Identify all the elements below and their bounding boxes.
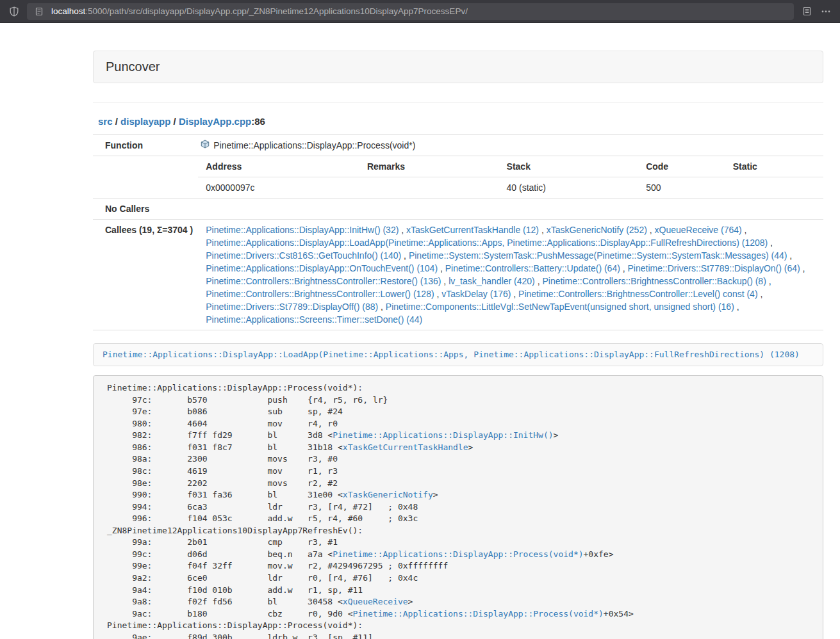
callee-separator: , <box>766 276 771 286</box>
callee-link[interactable]: Pinetime::System::SystemTask::PushMessag… <box>409 250 787 261</box>
stats-cell-value: 500 <box>638 177 725 198</box>
stats-column-header: Address <box>198 156 359 177</box>
breadcrumb-link[interactable]: DisplayApp.cpp <box>179 116 251 127</box>
stats-column-header: Static <box>725 156 823 177</box>
callee-separator: , <box>539 225 547 235</box>
callee-link[interactable]: Pinetime::Applications::DisplayApp::Load… <box>206 238 768 248</box>
code-symbol-link[interactable]: xTaskGetCurrentTaskHandle <box>343 442 468 452</box>
stats-row: AddressRemarksStackCodeStatic 0x0000097c… <box>93 156 823 198</box>
code-symbol-link[interactable]: xQueueReceive <box>343 597 408 606</box>
callee-link[interactable]: Pinetime::Controllers::Battery::Update()… <box>445 263 620 273</box>
code-symbol-link[interactable]: Pinetime::Applications::DisplayApp::Proc… <box>333 549 583 559</box>
reader-view-icon[interactable] <box>800 5 813 18</box>
callee-link[interactable]: Pinetime::Applications::Screens::Timer::… <box>206 314 422 325</box>
code-symbol-link[interactable]: Pinetime::Applications::DisplayApp::Proc… <box>353 609 604 619</box>
browser-toolbar: localhost:5000/path/src/displayapp/Displ… <box>0 0 840 23</box>
url-bar[interactable]: localhost:5000/path/src/displayapp/Displ… <box>27 3 794 20</box>
empty-row-label <box>93 156 198 198</box>
shield-icon[interactable] <box>8 5 21 18</box>
breadcrumb: src / displayapp / DisplayApp.cpp:86 <box>98 116 823 127</box>
breadcrumb-link[interactable]: displayapp <box>120 116 170 127</box>
stats-cell: AddressRemarksStackCodeStatic 0x0000097c… <box>198 156 823 198</box>
callee-separator: , <box>535 276 543 286</box>
function-icon <box>201 139 210 152</box>
stats-cell-value <box>359 177 499 198</box>
callee-link[interactable]: Pinetime::Applications::DisplayApp::OnTo… <box>206 263 438 273</box>
callees-row: Callees (19, Σ=3704 ) Pinetime::Applicat… <box>93 220 823 330</box>
breadcrumb-separator: / <box>113 116 121 127</box>
largest-callee-link[interactable]: Pinetime::Applications::DisplayApp::Load… <box>103 350 800 359</box>
callee-separator: , <box>511 289 518 299</box>
stats-data-row: 0x0000097c40 (static)500 <box>198 177 823 198</box>
callee-link[interactable]: Pinetime::Components::LittleVgl::SetNewT… <box>386 302 734 312</box>
stats-cell-value <box>725 177 823 198</box>
callers-cell <box>198 198 823 220</box>
callee-link[interactable]: Pinetime::Applications::DisplayApp::Init… <box>206 225 399 235</box>
url-host: localhost <box>51 6 85 16</box>
callee-separator: , <box>441 276 449 286</box>
callee-separator: , <box>399 225 406 235</box>
callee-separator: , <box>734 302 739 312</box>
callee-link[interactable]: xTaskGenericNotify (252) <box>547 225 647 235</box>
callee-separator: , <box>434 289 442 299</box>
app-title: Puncover <box>106 60 811 74</box>
callee-separator: , <box>401 250 409 261</box>
divider <box>93 102 823 103</box>
callee-separator: , <box>742 225 747 235</box>
callee-link[interactable]: xQueueReceive (764) <box>655 225 742 235</box>
callee-link[interactable]: vTaskDelay (176) <box>441 289 511 299</box>
callee-link[interactable]: Pinetime::Controllers::BrightnessControl… <box>206 276 441 286</box>
callee-separator: , <box>787 250 792 261</box>
function-name-cell: Pinetime::Applications::DisplayApp::Proc… <box>198 135 823 156</box>
code-symbol-link[interactable]: xTaskGenericNotify <box>343 490 433 499</box>
callee-link[interactable]: xTaskGetCurrentTaskHandle (12) <box>406 225 539 235</box>
stats-column-header: Code <box>638 156 725 177</box>
overflow-menu-icon[interactable] <box>819 5 832 18</box>
callees-list: Pinetime::Applications::DisplayApp::Init… <box>198 220 823 330</box>
app-header: Puncover <box>93 51 823 83</box>
function-name: Pinetime::Applications::DisplayApp::Proc… <box>213 139 415 152</box>
callee-link[interactable]: Pinetime::Drivers::St7789::DisplayOff() … <box>206 302 378 312</box>
callee-link[interactable]: Pinetime::Drivers::St7789::DisplayOn() (… <box>628 263 800 273</box>
no-callers-label: No Callers <box>93 198 198 220</box>
callee-separator: , <box>378 302 386 312</box>
callee-separator: , <box>800 263 805 273</box>
callee-link[interactable]: Pinetime::Controllers::BrightnessControl… <box>206 289 434 299</box>
stats-header-row: AddressRemarksStackCodeStatic <box>198 156 823 177</box>
callee-separator: , <box>768 238 773 248</box>
url-path: :5000/path/src/displayapp/DisplayApp.cpp… <box>85 6 468 16</box>
callee-link[interactable]: Pinetime::Controllers::BrightnessControl… <box>518 289 757 299</box>
disassembly-pre: Pinetime::Applications::DisplayApp::Proc… <box>93 375 823 639</box>
function-row: Function Pinetime::Applications::Display… <box>93 135 823 156</box>
page-content: Puncover src / displayapp / DisplayApp.c… <box>93 51 823 639</box>
callee-separator: , <box>758 289 763 299</box>
stats-table: AddressRemarksStackCodeStatic 0x0000097c… <box>198 156 823 198</box>
callee-separator: , <box>647 225 655 235</box>
url-text: localhost:5000/path/src/displayapp/Displ… <box>51 6 468 16</box>
callee-link[interactable]: lv_task_handler (420) <box>449 276 535 286</box>
largest-callee-box: Pinetime::Applications::DisplayApp::Load… <box>93 343 823 366</box>
stats-cell-value: 0x0000097c <box>198 177 359 198</box>
callee-separator: , <box>438 263 445 273</box>
callee-separator: , <box>620 263 628 273</box>
function-table: Function Pinetime::Applications::Display… <box>93 134 823 330</box>
callee-link[interactable]: Pinetime::Drivers::Cst816S::GetTouchInfo… <box>206 250 401 261</box>
stats-column-header: Stack <box>499 156 639 177</box>
callee-link[interactable]: Pinetime::Controllers::BrightnessControl… <box>542 276 766 286</box>
breadcrumb-line-number: :86 <box>251 116 265 127</box>
function-row-label: Function <box>93 135 198 156</box>
stats-cell-value: 40 (static) <box>499 177 639 198</box>
callers-row: No Callers <box>93 198 823 220</box>
callees-label: Callees (19, Σ=3704 ) <box>93 220 198 330</box>
breadcrumb-separator: / <box>170 116 179 127</box>
breadcrumb-link[interactable]: src <box>98 116 113 127</box>
stats-column-header: Remarks <box>359 156 499 177</box>
page-info-icon[interactable] <box>33 5 45 18</box>
code-symbol-link[interactable]: Pinetime::Applications::DisplayApp::Init… <box>333 430 553 440</box>
